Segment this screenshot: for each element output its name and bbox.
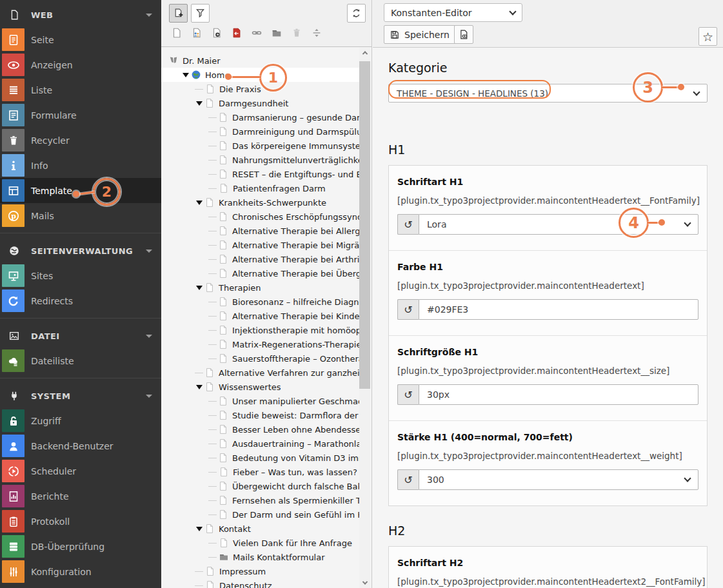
tree-expander-icon[interactable] [195,385,204,389]
sidebar-section-header-datei[interactable]: DATEI [0,324,161,348]
page [205,84,215,94]
tree-node-alternative-therapie-bei-allergie[interactable]: Alternative Therapie bei Allergie [161,224,360,238]
sidebar-item-mails[interactable]: pMails [0,203,161,228]
sidebar-section-header-seitenverwaltung[interactable]: SEITENVERWALTUNG [0,239,161,263]
tree-node-das-körpereigene-immunsystem-g[interactable]: Das körpereigene Immunsystem g [161,139,360,153]
user-icon [7,440,20,453]
sidebar-section-header-web[interactable]: WEB [0,3,161,27]
sidebar-item-dateiliste[interactable]: Dateiliste [0,348,161,373]
field-select-stärke-h1-400-normal-700-fett[interactable]: 300 [419,469,698,490]
drag-page-users-icon[interactable] [190,26,203,39]
tree-node-kontakt[interactable]: Kontakt [161,522,360,536]
tree-node-darmgesundheit[interactable]: Darmgesundheit [161,96,360,110]
tree-node-alternative-verfahren-zur-ganzheitli[interactable]: Alternative Verfahren zur ganzheitli [161,366,360,380]
tree-node-impressum[interactable]: Impressum [161,564,360,578]
tree-expander-icon[interactable] [181,73,190,77]
scrollbar-thumb[interactable] [359,61,370,389]
sidebar-item-berichte[interactable]: Berichte [0,484,161,509]
tree-node-reset-die-entgiftungs-und-en[interactable]: RESET – die Entgiftungs- und En [161,167,360,181]
tree-node-chronisches-erschöpfungssyndro[interactable]: Chronisches Erschöpfungssyndro [161,210,360,224]
tree-node-wissenswertes[interactable]: Wissenswertes [161,380,360,394]
tree-node-bedeutung-von-vitamin-d3-immer[interactable]: Bedeutung von Vitamin D3 immer [161,451,360,465]
field-select-schriftart-h1[interactable]: Lora [419,214,698,235]
sidebar-item-konfiguration[interactable]: Konfiguration [0,559,161,584]
save-button[interactable]: Speichern [384,25,458,44]
sidebar-item-liste[interactable]: Liste [0,77,161,103]
tree-scrollbar[interactable] [359,48,370,588]
drag-link-icon[interactable] [250,26,263,39]
tree-node-therapien[interactable]: Therapien [161,280,360,295]
tree-node-darmreinigung-und-darmspülung-i[interactable]: Darmreinigung und Darmspülung i [161,124,360,139]
tree-node-vielen-dank-für-ihre-anfrage[interactable]: Vielen Dank für Ihre Anfrage [161,536,360,550]
sidebar-item-backend-benutzer[interactable]: Backend-Benutzer [0,433,161,458]
tree-node-die-praxis[interactable]: Die Praxis [161,82,360,96]
sidebar-section-header-system[interactable]: SYSTEM [0,384,161,408]
bookmark-button[interactable]: ☆ [698,27,717,46]
tree-node-patientenfragen-darm[interactable]: Patientenfragen Darm [161,181,360,195]
field-input-farbe-h1[interactable]: #029FE3 [419,299,698,320]
sidebar-item-scheduler[interactable]: Scheduler [0,458,161,484]
drag-page-shortcut-icon[interactable] [210,26,223,39]
sidebar-item-sites[interactable]: Sites [0,263,161,288]
reset-default-button[interactable]: ↺ [397,384,419,405]
tree-node-label: Matrix-Regenerations-Therapie (I [232,340,360,349]
scroll-up-arrow[interactable] [359,48,370,58]
tree-node-ausdauertraining-marathonlauf[interactable]: Ausdauertraining – Marathonlauf [161,436,360,451]
tree-node-sauerstofftherapie-ozontherap[interactable]: Sauerstofftherapie – Ozontherap [161,351,360,366]
filter-button[interactable] [191,4,210,23]
field-input-schriftgröße-h1[interactable]: 30px [419,384,698,405]
drag-page-new-icon[interactable] [170,26,183,39]
tree-node-der-darm-und-sein-gefühl-im-hirn[interactable]: Der Darm und sein Gefühl im Hirn [161,507,360,522]
tree-node-injektionstherapie-mit-homöopath[interactable]: Injektionstherapie mit homöopath [161,323,360,337]
reset-default-button[interactable]: ↺ [397,214,419,235]
tree-node-besser-leben-ohne-abendessen[interactable]: Besser Leben ohne Abendessen [161,422,360,436]
scroll-down-arrow[interactable] [359,578,370,588]
tree-node-mails-kontaktformular[interactable]: Mails Kontaktformular [161,550,360,564]
sidebar-item-template[interactable]: Template [0,178,161,203]
drag-separator-icon[interactable] [310,26,323,39]
tree-node-krankheits-schwerpunkte[interactable]: Krankheits-Schwerpunkte [161,195,360,210]
category-select[interactable]: THEME - DESIGN - HEADLINES (13) [388,84,708,103]
tree-node-nahrungsmittelunverträglichkeite[interactable]: Nahrungsmittelunverträglichkeite [161,153,360,167]
drag-page-external-icon[interactable] [230,26,243,39]
sidebar-item-label: Zugriff [31,416,61,426]
tree-node-alternative-therapie-bei-übergew[interactable]: Alternative Therapie bei Übergew [161,266,360,280]
tree-node-alternative-therapie-bei-arthritis[interactable]: Alternative Therapie bei Arthritis [161,252,360,266]
sidebar-item-formulare[interactable]: Formulare [0,103,161,128]
sidebar-item-seite[interactable]: Seite [0,27,161,52]
tree-node-dr-maier[interactable]: Dr. Maier [161,54,360,68]
preview-button[interactable] [454,25,473,44]
refresh-tree-button[interactable] [347,4,366,23]
tree-expander-icon[interactable] [195,201,204,205]
tree-node-matrix-regenerations-therapie-i[interactable]: Matrix-Regenerations-Therapie (I [161,337,360,351]
tree-node-übergewicht-durch-falsche-bakte[interactable]: Übergewicht durch falsche Bakte [161,479,360,493]
new-page-toggle-button[interactable] [169,4,188,23]
tree-node-bioresonanz-hilfreiche-diagnost[interactable]: Bioresonanz – hilfreiche Diagnost [161,295,360,309]
tree-node-darmsanierung-gesunde-darmfl[interactable]: Darmsanierung – gesunde Darmfl [161,110,360,124]
sidebar-item-protokoll[interactable]: Protokoll [0,509,161,534]
tree-expander-icon[interactable] [195,286,204,290]
tree-node-fernsehen-als-spermienkiller-tv[interactable]: Fernsehen als Spermienkiller TV!? [161,493,360,507]
drag-trash-gray-icon[interactable] [290,26,303,39]
tree-node-datenschutz[interactable]: Datenschutz [161,578,360,588]
tree-expander-icon[interactable] [195,527,204,531]
drag-folder-icon[interactable] [270,26,283,39]
sidebar-item-zugriff[interactable]: Zugriff [0,408,161,433]
tree-node-studie-beweist-darmflora-der-sc[interactable]: Studie beweist: Darmflora der Sc [161,408,360,422]
reset-default-button[interactable]: ↺ [397,469,419,490]
module-function-select[interactable]: Konstanten-Editor [384,3,522,22]
sidebar-item-recycler[interactable]: Recycler [0,128,161,153]
tree-node-home[interactable]: Home [161,68,360,82]
tree-node-label: Vielen Dank für Ihre Anfrage [233,538,352,548]
tree-node-unser-manipulierter-geschmack[interactable]: Unser manipulierter Geschmack, [161,394,360,408]
tree-node-fieber-was-tun-was-lassen[interactable]: Fieber – Was tun, was lassen? [161,465,360,479]
reset-default-button[interactable]: ↺ [397,299,419,320]
tree-node-label: Nahrungsmittelunverträglichkeite [232,155,360,165]
sidebar-item-redirects[interactable]: Redirects [0,288,161,313]
sidebar-item-db-überprüfung[interactable]: DB-Überprüfung [0,534,161,559]
tree-expander-icon[interactable] [195,101,204,106]
sidebar-item-anzeigen[interactable]: Anzeigen [0,52,161,77]
tree-node-alternative-therapie-bei-migräne[interactable]: Alternative Therapie bei Migräne [161,238,360,252]
tree-node-alternative-therapie-bei-kindern[interactable]: Alternative Therapie bei Kindern [161,309,360,323]
sidebar-item-info[interactable]: Info [0,153,161,178]
